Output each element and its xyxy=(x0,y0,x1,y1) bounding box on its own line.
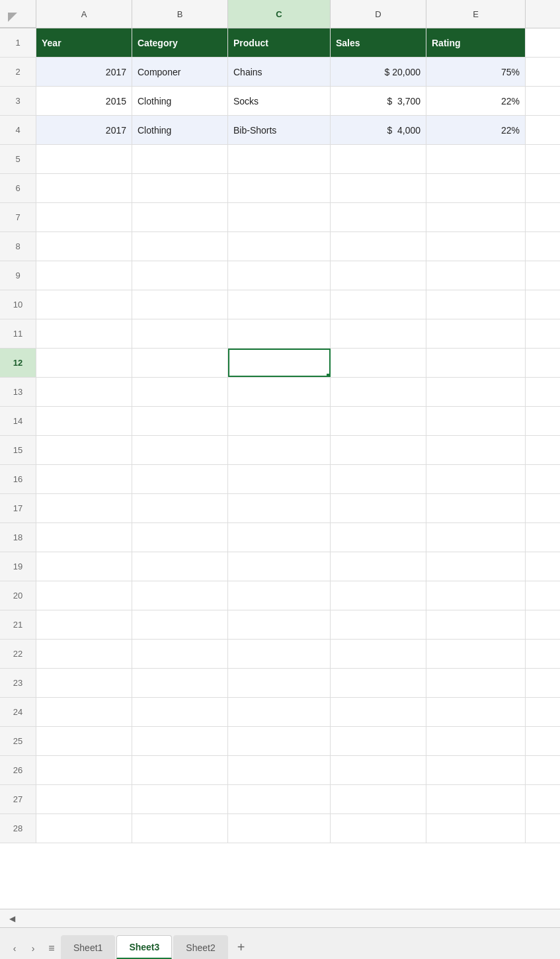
cell-b8[interactable] xyxy=(132,232,228,261)
cell-b6[interactable] xyxy=(132,174,228,202)
row-number-17[interactable]: 17 xyxy=(0,494,36,522)
scroll-left-button[interactable]: ◀ xyxy=(5,912,19,925)
corner-cell[interactable] xyxy=(0,0,36,28)
cell-d22[interactable] xyxy=(331,640,426,668)
cell-b19[interactable] xyxy=(132,552,228,581)
cell-d17[interactable] xyxy=(331,494,426,522)
cell-b21[interactable] xyxy=(132,610,228,639)
cell-e26[interactable] xyxy=(426,756,526,784)
cell-e2[interactable]: 75% xyxy=(426,58,526,86)
row-number-21[interactable]: 21 xyxy=(0,610,36,639)
row-number-6[interactable]: 6 xyxy=(0,174,36,202)
cell-d27[interactable] xyxy=(331,785,426,813)
row-number-18[interactable]: 18 xyxy=(0,523,36,552)
cell-a7[interactable] xyxy=(36,203,132,231)
cell-a20[interactable] xyxy=(36,581,132,610)
cell-c12[interactable] xyxy=(228,349,331,377)
cell-c3[interactable]: Socks xyxy=(228,87,331,115)
row-number-14[interactable]: 14 xyxy=(0,407,36,435)
row-number-4[interactable]: 4 xyxy=(0,116,36,144)
cell-d14[interactable] xyxy=(331,407,426,435)
cell-d11[interactable] xyxy=(331,319,426,348)
tab-prev-button[interactable]: ‹ xyxy=(5,938,24,959)
cell-e5[interactable] xyxy=(426,145,526,173)
cell-a10[interactable] xyxy=(36,290,132,319)
cell-a23[interactable] xyxy=(36,669,132,697)
cell-a28[interactable] xyxy=(36,814,132,843)
row-number-3[interactable]: 3 xyxy=(0,87,36,115)
cell-c17[interactable] xyxy=(228,494,331,522)
cell-d15[interactable] xyxy=(331,436,426,464)
cell-d6[interactable] xyxy=(331,174,426,202)
cell-d3[interactable]: $ 3,700 xyxy=(331,87,426,115)
cell-c22[interactable] xyxy=(228,640,331,668)
cell-e9[interactable] xyxy=(426,261,526,290)
horizontal-scrollbar[interactable]: ◀ xyxy=(0,909,560,927)
cell-e7[interactable] xyxy=(426,203,526,231)
cell-c16[interactable] xyxy=(228,465,331,493)
row-number-25[interactable]: 25 xyxy=(0,727,36,755)
cell-e18[interactable] xyxy=(426,523,526,552)
cell-b16[interactable] xyxy=(132,465,228,493)
row-number-24[interactable]: 24 xyxy=(0,698,36,726)
row-number-10[interactable]: 10 xyxy=(0,290,36,319)
cell-b17[interactable] xyxy=(132,494,228,522)
cell-a13[interactable] xyxy=(36,378,132,406)
row-number-2[interactable]: 2 xyxy=(0,58,36,86)
row-number-16[interactable]: 16 xyxy=(0,465,36,493)
cell-d25[interactable] xyxy=(331,727,426,755)
cell-d5[interactable] xyxy=(331,145,426,173)
cell-b27[interactable] xyxy=(132,785,228,813)
cell-a22[interactable] xyxy=(36,640,132,668)
cell-e24[interactable] xyxy=(426,698,526,726)
cell-c5[interactable] xyxy=(228,145,331,173)
cell-e27[interactable] xyxy=(426,785,526,813)
cell-b4[interactable]: Clothing xyxy=(132,116,228,144)
cell-e3[interactable]: 22% xyxy=(426,87,526,115)
cell-d19[interactable] xyxy=(331,552,426,581)
row-number-23[interactable]: 23 xyxy=(0,669,36,697)
tab-next-button[interactable]: › xyxy=(24,938,42,959)
row-number-13[interactable]: 13 xyxy=(0,378,36,406)
cell-e8[interactable] xyxy=(426,232,526,261)
cell-c6[interactable] xyxy=(228,174,331,202)
cell-a1[interactable]: Year xyxy=(36,28,132,57)
cell-a18[interactable] xyxy=(36,523,132,552)
cell-d21[interactable] xyxy=(331,610,426,639)
cell-e6[interactable] xyxy=(426,174,526,202)
cell-b22[interactable] xyxy=(132,640,228,668)
cell-e11[interactable] xyxy=(426,319,526,348)
cell-b14[interactable] xyxy=(132,407,228,435)
cell-d28[interactable] xyxy=(331,814,426,843)
cell-d4[interactable]: $ 4,000 xyxy=(331,116,426,144)
row-number-20[interactable]: 20 xyxy=(0,581,36,610)
row-number-19[interactable]: 19 xyxy=(0,552,36,581)
row-number-11[interactable]: 11 xyxy=(0,319,36,348)
col-header-c[interactable]: C xyxy=(228,0,331,28)
cell-e12[interactable] xyxy=(426,349,526,377)
row-number-22[interactable]: 22 xyxy=(0,640,36,668)
row-number-27[interactable]: 27 xyxy=(0,785,36,813)
cell-c13[interactable] xyxy=(228,378,331,406)
cell-a25[interactable] xyxy=(36,727,132,755)
col-header-d[interactable]: D xyxy=(331,0,426,28)
cell-b13[interactable] xyxy=(132,378,228,406)
cell-a27[interactable] xyxy=(36,785,132,813)
cell-a3[interactable]: 2015 xyxy=(36,87,132,115)
cell-a17[interactable] xyxy=(36,494,132,522)
cell-c8[interactable] xyxy=(228,232,331,261)
cell-e17[interactable] xyxy=(426,494,526,522)
cell-d16[interactable] xyxy=(331,465,426,493)
cell-c11[interactable] xyxy=(228,319,331,348)
cell-c18[interactable] xyxy=(228,523,331,552)
cell-e14[interactable] xyxy=(426,407,526,435)
cell-b1[interactable]: Category xyxy=(132,28,228,57)
cell-c19[interactable] xyxy=(228,552,331,581)
cell-a26[interactable] xyxy=(36,756,132,784)
add-sheet-button[interactable]: + xyxy=(229,935,253,959)
cell-d18[interactable] xyxy=(331,523,426,552)
cell-b12[interactable] xyxy=(132,349,228,377)
cell-d13[interactable] xyxy=(331,378,426,406)
cell-d8[interactable] xyxy=(331,232,426,261)
cell-d24[interactable] xyxy=(331,698,426,726)
